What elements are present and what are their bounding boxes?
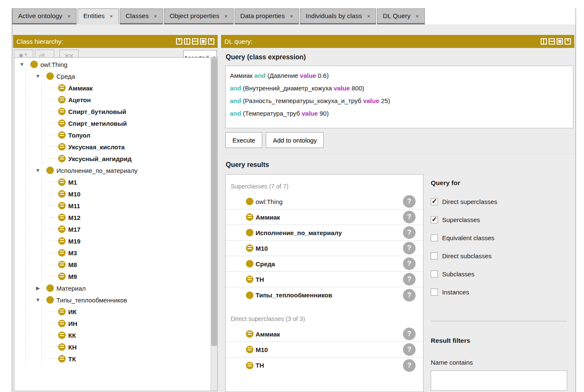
split-vertically-icon[interactable] — [184, 38, 190, 45]
query-for-option[interactable]: Direct superclasses — [431, 193, 497, 211]
expander-closed-icon[interactable]: ▶ — [34, 285, 42, 291]
query-for-option[interactable]: Direct subclasses — [431, 247, 497, 265]
split-vertically-icon[interactable] — [541, 38, 547, 45]
tree-item[interactable]: ▶Материал — [14, 282, 210, 294]
class-icon — [246, 291, 253, 299]
explain-button[interactable]: ? — [403, 289, 416, 302]
checkbox-unchecked[interactable] — [431, 252, 438, 260]
tree-item[interactable]: М8 — [14, 259, 210, 270]
tab-close-icon[interactable]: × — [67, 13, 71, 19]
result-row[interactable]: Среда? — [226, 256, 423, 272]
query-for-option[interactable]: Subclasses — [431, 265, 497, 283]
tab-close-icon[interactable]: × — [290, 13, 293, 19]
tree-item[interactable]: Уксусный_ангидрид — [14, 153, 210, 164]
tree-item[interactable]: КК — [14, 329, 210, 341]
expander-open-icon[interactable]: ▼ — [34, 297, 42, 303]
checkbox-unchecked[interactable] — [431, 234, 438, 241]
tab-classes[interactable]: Classes× — [120, 8, 163, 24]
tab-individuals-by-class[interactable]: Individuals by class× — [300, 8, 376, 24]
explain-button[interactable]: ? — [403, 273, 416, 286]
tab-close-icon[interactable]: × — [416, 13, 419, 19]
query-expression-editor[interactable]: Аммиак and (Давление value 0.6)and (Внут… — [225, 66, 573, 128]
tree-item[interactable]: М17 — [14, 223, 210, 235]
tree-item[interactable]: Спирт_бутиловый — [14, 106, 210, 117]
expander-open-icon[interactable]: ▼ — [18, 61, 26, 67]
tree-item[interactable]: КН — [14, 341, 210, 353]
tree-item[interactable]: Аммиак — [14, 82, 210, 94]
query-for-option[interactable]: Superclasses — [431, 211, 497, 229]
tree-item[interactable]: ИН — [14, 318, 210, 329]
query-for-option[interactable]: Equivalent classes — [431, 229, 497, 247]
result-row[interactable]: ТН? — [226, 272, 423, 287]
tree-item[interactable]: М3 — [14, 247, 210, 259]
tree-item[interactable]: М9 — [14, 270, 210, 282]
defined-class-icon — [246, 346, 253, 353]
result-row[interactable]: Исполнение_по_материалу? — [226, 225, 423, 241]
tree-scrollbar[interactable] — [211, 58, 217, 391]
split-horizontally-icon[interactable] — [192, 38, 198, 45]
explain-button[interactable]: ? — [403, 359, 416, 372]
result-row[interactable]: М10? — [226, 342, 423, 358]
close-icon[interactable] — [208, 38, 214, 45]
tab-close-icon[interactable]: × — [154, 13, 157, 19]
tree-connector — [50, 212, 58, 223]
tree-scrollbar-thumb[interactable] — [211, 58, 217, 346]
result-row-label: owl:Thing — [256, 198, 283, 205]
result-row[interactable]: Аммиак? — [226, 326, 423, 342]
checkbox-checked[interactable] — [431, 198, 438, 205]
query-token-and: and — [230, 85, 241, 92]
query-token-value: value — [363, 97, 379, 104]
close-icon[interactable] — [565, 38, 571, 45]
explain-button[interactable]: ? — [403, 211, 416, 223]
tree-item[interactable]: ▼owl:Thing — [14, 58, 210, 70]
tree-item[interactable]: ИК — [14, 306, 210, 318]
name-contains-input[interactable] — [431, 371, 567, 391]
split-horizontally-icon[interactable] — [549, 38, 555, 45]
tab-close-icon[interactable]: × — [110, 13, 113, 19]
tree-item[interactable]: ТК — [14, 353, 210, 365]
tree-item[interactable]: Спирт_метиловый — [14, 117, 210, 129]
checkbox-unchecked[interactable] — [431, 289, 438, 296]
tree-item[interactable]: М19 — [14, 235, 210, 247]
explain-button[interactable]: ? — [403, 242, 416, 254]
tab-active-ontology[interactable]: Active ontology× — [12, 8, 77, 24]
result-row[interactable]: owl:Thing? — [226, 194, 423, 209]
explain-button[interactable]: ? — [403, 343, 416, 356]
tree-guide — [18, 164, 34, 176]
tree-item[interactable]: ▼Исполнение_по_материалу — [14, 164, 210, 176]
tab-data-properties[interactable]: Data properties× — [235, 8, 299, 24]
tree-item[interactable]: М12 — [14, 212, 210, 223]
result-row[interactable]: Аммиак? — [226, 209, 423, 225]
expander-open-icon[interactable]: ▼ — [34, 167, 42, 173]
execute-button[interactable]: Execute — [225, 132, 262, 148]
tree-item[interactable]: М10 — [14, 188, 210, 200]
tab-close-icon[interactable]: × — [224, 13, 228, 19]
add-to-ontology-button[interactable]: Add to ontology — [266, 132, 324, 148]
result-row[interactable]: Типы_теплообменников? — [226, 287, 423, 303]
checkbox-checked[interactable] — [431, 216, 438, 223]
explain-button[interactable]: ? — [403, 195, 416, 208]
tree-item[interactable]: ▼Среда — [14, 70, 210, 82]
tab-dl-query[interactable]: DL Query× — [377, 8, 424, 24]
tree-item[interactable]: Уксусная_кислота — [14, 141, 210, 153]
tab-close-icon[interactable]: × — [367, 13, 371, 19]
tree-connector — [50, 341, 58, 353]
tree-item[interactable]: М1 — [14, 176, 210, 188]
checkbox-unchecked[interactable] — [431, 270, 438, 278]
float-icon[interactable] — [200, 38, 206, 45]
result-row[interactable]: М10? — [226, 241, 423, 256]
explain-button[interactable]: ? — [403, 257, 416, 270]
tree-item[interactable]: Толуол — [14, 129, 210, 141]
tab-entities[interactable]: Entities× — [77, 8, 119, 24]
result-row[interactable]: ТН? — [226, 358, 423, 373]
explain-button[interactable]: ? — [403, 226, 416, 239]
tree-item[interactable]: Ацетон — [14, 94, 210, 106]
tab-object-properties[interactable]: Object properties× — [164, 8, 234, 24]
float-icon[interactable] — [557, 38, 563, 45]
explain-button[interactable]: ? — [403, 328, 416, 340]
tree-item[interactable]: М11 — [14, 200, 210, 212]
help-icon[interactable] — [176, 38, 182, 45]
expander-open-icon[interactable]: ▼ — [34, 73, 42, 79]
query-for-option[interactable]: Instances — [431, 283, 497, 301]
tree-item[interactable]: ▼Типы_теплообменников — [14, 294, 210, 306]
